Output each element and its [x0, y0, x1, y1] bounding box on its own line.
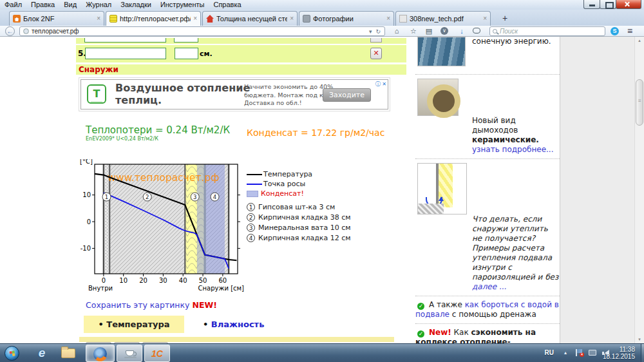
sidebar-link[interactable]: узнать подробнее... [472, 145, 553, 154]
legend-item: Точка росы [247, 179, 312, 189]
x-axis-label-right: Снаружи [см] [198, 285, 245, 292]
url-dropdown-icon[interactable]: ▾ [367, 28, 374, 35]
taskbar-ie-icon[interactable]: e [33, 345, 50, 362]
url-text[interactable]: теплорасчет.рф [32, 28, 367, 35]
taskbar-java-button[interactable] [117, 345, 142, 362]
photo-favicon-icon [303, 15, 310, 23]
layer-label: Минеральная вата 10 см [258, 224, 351, 232]
menu-Правка[interactable]: Правка [26, 0, 59, 10]
menu-Инструменты[interactable]: Инструменты [156, 0, 209, 10]
outside-strip: Снаружи [76, 64, 406, 75]
browser-tab[interactable]: Толщина несущей стены ...× [202, 11, 298, 26]
new-tab-button[interactable]: + [497, 13, 513, 23]
firefox-icon [93, 347, 107, 361]
y-tick-label: -10 [80, 245, 91, 252]
scrollbar-thumb[interactable] [636, 79, 643, 126]
tab-title: 308new_tech.pdf [410, 15, 480, 23]
tab-close-icon[interactable]: × [193, 15, 197, 22]
page-scrollbar[interactable]: ▴ ▾ [634, 37, 644, 343]
heat-loss-value: Теплопотери = 0.24 Вт/м2/К [86, 124, 230, 136]
scroll-up-icon[interactable]: ▴ [635, 38, 644, 43]
y-tick-label: 0 [87, 218, 91, 225]
ad-choices-icons[interactable]: ⓘ ✕ [375, 81, 386, 88]
pocket-icon[interactable]: ∨ [440, 27, 448, 35]
skype-icon[interactable]: S [611, 27, 619, 35]
delete-row-button-cut[interactable] [370, 38, 382, 43]
browser-navbar: ← теплорасчет.рф ▾ ↻ ⌂ ☆ ▤ ∨ ↓ Поиск S ≡ [0, 26, 644, 37]
reload-icon[interactable]: ↻ [374, 28, 383, 35]
tab-close-icon[interactable]: × [386, 15, 390, 22]
search-input[interactable]: Поиск [489, 26, 605, 36]
menu-Закладки[interactable]: Закладки [116, 0, 156, 10]
back-button[interactable]: ← [5, 26, 15, 36]
menu-Файл[interactable]: Файл [0, 0, 26, 10]
reader-list-icon[interactable]: ▤ [423, 26, 435, 36]
taskbar-1c-button[interactable]: 1С [144, 345, 170, 362]
address-bar[interactable]: теплорасчет.рф ▾ ↻ [19, 26, 385, 36]
menu-Вид[interactable]: Вид [59, 0, 81, 10]
taskbar-firefox-button[interactable] [86, 345, 115, 362]
tab-title: Фотографии [313, 15, 384, 23]
sidebar-link[interactable]: далее ... [472, 282, 506, 291]
x-tick-label: 50 [199, 277, 207, 284]
legend-label: Точка росы [263, 180, 305, 188]
thickness-input-cut[interactable] [174, 38, 198, 43]
tab-close-icon[interactable]: × [290, 15, 294, 22]
ad-logo-icon: Т [87, 84, 106, 104]
layer-label: Кирпичная кладка 38 см [258, 213, 351, 222]
action-center-flag-icon[interactable]: ✕ [576, 349, 582, 356]
ad-title[interactable]: Воздушное отопление теплиц. [115, 82, 250, 106]
x-tick-label: 60 [219, 277, 227, 284]
layer-marker-num: 1 [105, 194, 108, 200]
sidebar-card-text: Новый вид дымоходовкерамические.узнать п… [472, 116, 560, 155]
tab-title: http://теплорасчет.рф/ [120, 15, 191, 23]
ad-button[interactable]: Заходите [323, 88, 371, 102]
legend-item: Конденсат! [247, 189, 312, 198]
x-axis-label-left: Внутри [88, 285, 113, 292]
download-icon[interactable]: ↓ [456, 26, 468, 36]
tray-expand-icon[interactable]: ▴ [564, 350, 567, 356]
minimize-button[interactable] [583, 0, 600, 9]
show-desktop-button[interactable] [641, 344, 644, 362]
scroll-down-icon[interactable]: ▾ [635, 337, 644, 342]
form-row-cut [76, 38, 406, 44]
ad-banner[interactable]: Т Воздушное отопление теплиц. Начните эк… [80, 79, 388, 110]
main-column: 5. см. ✕ Снаружи Т Воздушное отопление т… [74, 37, 411, 343]
x-tick-label: 30 [159, 277, 167, 284]
chart-svg: www.теплорасчет.рф12340102030405060100-1… [79, 159, 260, 296]
browser-tab[interactable]: http://теплорасчет.рф/× [106, 11, 201, 26]
save-image-link[interactable]: Сохранить эту картинку [86, 300, 189, 310]
maximize-button[interactable] [600, 0, 616, 9]
browser-menubar: ФайлПравкаВидЖурналЗакладкиИнструментыСп… [0, 0, 246, 10]
dotted-separator [415, 158, 560, 159]
taskbar-explorer-icon[interactable] [59, 345, 77, 362]
browser-tab[interactable]: 308new_tech.pdf× [395, 11, 491, 26]
hamburger-menu-icon[interactable]: ≡ [627, 26, 632, 36]
tab-close-icon[interactable]: × [97, 15, 100, 22]
home-icon[interactable]: ⌂ [391, 26, 402, 36]
tab-humidity[interactable]: • Влажность [203, 319, 264, 329]
browser-tab[interactable]: Блок 2NF× [9, 11, 104, 26]
clock[interactable]: 11:38 18.12.2015 [603, 346, 635, 360]
delete-row-button[interactable]: ✕ [370, 48, 382, 59]
browser-tab[interactable]: Фотографии× [299, 11, 394, 26]
chat-bubble-icon[interactable] [473, 28, 480, 33]
material-input-cut[interactable] [84, 38, 166, 43]
tab-close-icon[interactable]: × [483, 15, 487, 22]
pdf-favicon-icon [399, 15, 407, 23]
language-indicator[interactable]: RU [545, 349, 554, 356]
start-button[interactable] [5, 346, 19, 361]
menu-Журнал[interactable]: Журнал [81, 0, 116, 10]
menu-Справка[interactable]: Справка [209, 0, 245, 10]
check-icon: ✓ [417, 303, 424, 310]
y-tick-label: 10 [82, 191, 91, 198]
sidebar-text: Что делать, если снаружи утеплить не пол… [472, 214, 558, 281]
sidebar-card-text: сонечную энергию. [472, 37, 560, 46]
bookmark-star-icon[interactable]: ☆ [408, 26, 419, 36]
tab-temperature[interactable]: • Температура [84, 316, 184, 333]
material-input[interactable] [85, 48, 166, 59]
thickness-input[interactable] [175, 48, 198, 59]
close-button[interactable] [616, 0, 641, 9]
network-icon[interactable] [589, 350, 596, 356]
legend-item: Температура [247, 169, 312, 179]
